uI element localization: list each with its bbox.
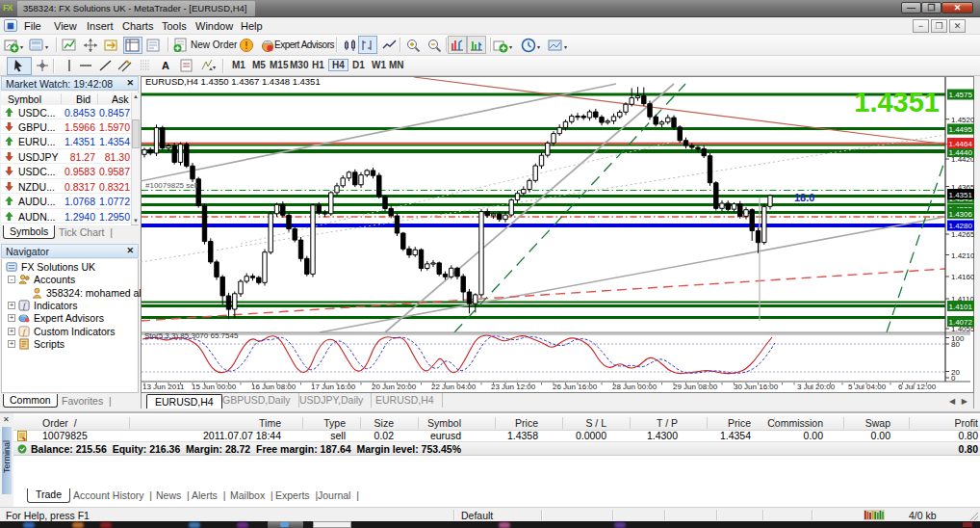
svg-text:1.4351: 1.4351 bbox=[854, 87, 940, 118]
svg-text:1.4440: 1.4440 bbox=[949, 148, 973, 157]
svg-text:13 Jun 2011: 13 Jun 2011 bbox=[142, 383, 185, 391]
svg-text:EURUSD,H4 1.4350 1.4367 1.434: EURUSD,H4 1.4350 1.4367 1.4348 1.4351 bbox=[145, 76, 321, 87]
svg-text:15 Jun 00:00: 15 Jun 00:00 bbox=[192, 383, 237, 391]
svg-text:1.4265: 1.4265 bbox=[951, 230, 974, 239]
svg-text:1.4575: 1.4575 bbox=[949, 91, 973, 99]
svg-text:0: 0 bbox=[951, 374, 956, 383]
svg-text:!: ! bbox=[245, 40, 247, 51]
svg-text:1.4464: 1.4464 bbox=[949, 140, 973, 148]
svg-text:Sto(5,3,3) 85.3070 65.7545: Sto(5,3,3) 85.3070 65.7545 bbox=[144, 331, 239, 340]
svg-text:1.4280: 1.4280 bbox=[949, 222, 973, 230]
svg-text:20 Jun 20:00: 20 Jun 20:00 bbox=[372, 383, 417, 391]
svg-text:5 Jul 04:00: 5 Jul 04:00 bbox=[848, 383, 887, 391]
svg-text:16 Jun 08:00: 16 Jun 08:00 bbox=[251, 383, 297, 391]
svg-text:1.4495: 1.4495 bbox=[949, 125, 973, 134]
svg-text:1.4351: 1.4351 bbox=[949, 191, 973, 199]
svg-text:1.4160: 1.4160 bbox=[951, 273, 974, 281]
svg-text:28 Jun 00:00: 28 Jun 00:00 bbox=[612, 383, 658, 391]
svg-text:3 Jul 20:00: 3 Jul 20:00 bbox=[797, 383, 836, 391]
svg-text:80: 80 bbox=[951, 340, 960, 349]
svg-text:18.0: 18.0 bbox=[794, 192, 814, 203]
svg-text:#10079825 sell: #10079825 sell bbox=[145, 181, 197, 190]
svg-text:26 Jun 16:00: 26 Jun 16:00 bbox=[553, 383, 598, 391]
svg-text:1.4520: 1.4520 bbox=[951, 116, 974, 124]
svg-text:1.4101: 1.4101 bbox=[949, 303, 973, 311]
svg-text:1.4306: 1.4306 bbox=[949, 210, 973, 219]
svg-text:29 Jun 08:00: 29 Jun 08:00 bbox=[673, 383, 718, 391]
svg-text:30 Jun 16:00: 30 Jun 16:00 bbox=[734, 383, 779, 391]
svg-text:1.4210: 1.4210 bbox=[951, 251, 974, 260]
svg-text:6 Jul 12:00: 6 Jul 12:00 bbox=[898, 383, 937, 391]
svg-text:1.4072: 1.4072 bbox=[949, 318, 973, 327]
